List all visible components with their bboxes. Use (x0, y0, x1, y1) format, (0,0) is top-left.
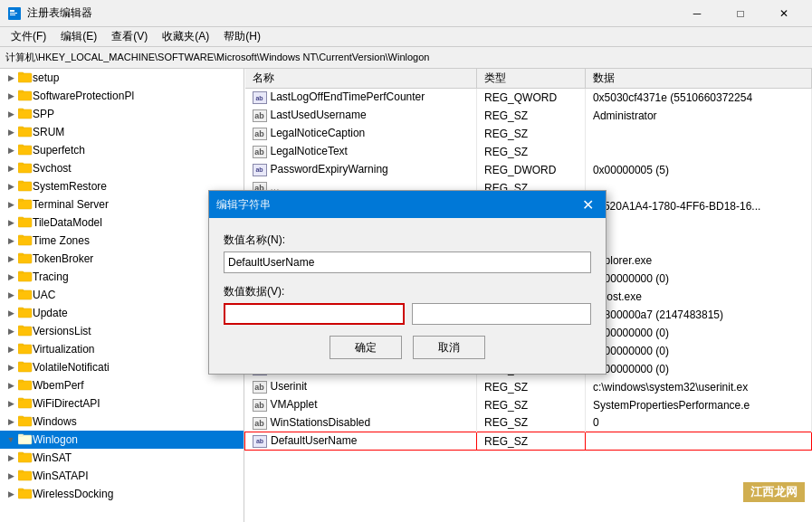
dialog-body: 数值名称(N): 数值数据(V): 确定 取消 (209, 218, 606, 374)
confirm-button[interactable]: 确定 (330, 336, 402, 359)
modal-overlay: 编辑字符串 ✕ 数值名称(N): 数值数据(V): 确定 取消 (0, 0, 812, 522)
dialog-title: 编辑字符串 (216, 197, 271, 213)
dialog-buttons: 确定 取消 (224, 336, 591, 359)
dialog-title-bar: 编辑字符串 ✕ (209, 191, 606, 218)
cancel-button[interactable]: 取消 (413, 336, 485, 359)
data-input-left[interactable] (224, 303, 405, 325)
dialog-close-button[interactable]: ✕ (577, 194, 598, 215)
data-input-row (224, 303, 591, 325)
name-label: 数值名称(N): (224, 233, 591, 248)
data-label: 数值数据(V): (224, 284, 591, 299)
watermark: 江西龙网 (743, 482, 805, 502)
data-input-right[interactable] (412, 303, 591, 325)
edit-string-dialog: 编辑字符串 ✕ 数值名称(N): 数值数据(V): 确定 取消 (208, 190, 607, 375)
name-input[interactable] (224, 252, 591, 273)
